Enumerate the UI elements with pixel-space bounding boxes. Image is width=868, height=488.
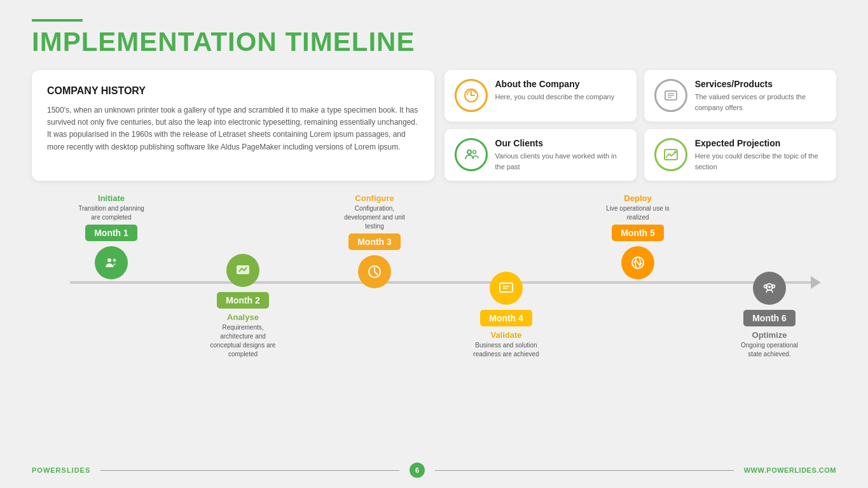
- month1-badge: Month 1: [85, 225, 137, 241]
- timeline-section: Initiate Transition and planning are com…: [32, 193, 836, 359]
- company-history-card: COMPANY HISTORY 1500's, when an unknown …: [32, 70, 434, 181]
- about-icon: [455, 79, 488, 112]
- clients-desc: Various clients you have worked with in …: [495, 151, 626, 172]
- month2-desc: Requirements, architecture and conceptua…: [208, 323, 278, 359]
- title-accent: [32, 19, 83, 22]
- footer-page-number: 6: [410, 463, 425, 478]
- node-month1: Initiate Transition and planning are com…: [70, 193, 153, 359]
- footer-brand-accent: POWER: [32, 466, 62, 474]
- month5-circle: [621, 246, 654, 279]
- node-month3: Configure Configuration, development and…: [333, 193, 416, 359]
- main-title: IMPLEMENTATION TIMELINE: [32, 27, 836, 57]
- svg-point-9: [107, 258, 111, 262]
- clients-text: Our Clients Various clients you have wor…: [495, 138, 626, 172]
- info-card-clients: Our Clients Various clients you have wor…: [444, 129, 637, 181]
- month1-desc: Transition and planning are completed: [76, 204, 146, 222]
- month6-desc: Ongoing operational state achieved.: [734, 341, 804, 359]
- month1-circle: [95, 246, 128, 279]
- month4-title: Validate: [490, 330, 521, 340]
- month2-circle: [226, 254, 259, 287]
- company-history-heading: COMPANY HISTORY: [47, 85, 419, 97]
- month3-title: Configure: [355, 193, 394, 203]
- month4-badge: Month 4: [480, 310, 532, 326]
- month3-badge: Month 3: [348, 234, 401, 250]
- company-history-body: 1500's, when an unknown printer took a g…: [47, 104, 419, 153]
- node-month2: Month 2 Analyse Requirements, architectu…: [202, 193, 284, 359]
- month5-badge: Month 5: [612, 225, 664, 241]
- projection-text: Expected Projection Here you could descr…: [695, 138, 826, 172]
- title-part2: TIMELINE: [285, 27, 415, 57]
- services-icon: [654, 79, 687, 112]
- footer: POWERSLIDES 6 WWW.POWERLIDES.COM: [32, 463, 836, 478]
- month4-desc: Business and solution readiness are achi…: [471, 341, 541, 359]
- svg-point-6: [472, 151, 476, 154]
- projection-title: Expected Projection: [695, 138, 826, 148]
- node-month4: Month 4 Validate Business and solution r…: [465, 193, 548, 359]
- slide: IMPLEMENTATION TIMELINE COMPANY HISTORY …: [0, 0, 868, 488]
- projection-desc: Here you could describe the topic of the…: [695, 151, 826, 172]
- month2-badge: Month 2: [217, 292, 269, 309]
- title-part1: IMPLEMENTATION: [32, 27, 285, 57]
- info-card-about: About the Company Here, you could descri…: [444, 70, 637, 122]
- svg-point-19: [768, 286, 771, 288]
- about-title: About the Company: [495, 79, 615, 89]
- services-desc: The valued services or products the comp…: [695, 92, 826, 113]
- info-card-services: Services/Products The valued services or…: [644, 70, 836, 122]
- services-text: Services/Products The valued services or…: [695, 79, 826, 113]
- title-bar: IMPLEMENTATION TIMELINE: [32, 19, 836, 57]
- svg-point-10: [113, 259, 116, 262]
- month6-title: Optimize: [752, 330, 787, 340]
- month5-desc: Live operational use is realized: [603, 204, 673, 222]
- projection-icon: [654, 138, 687, 171]
- info-cards-grid: About the Company Here, you could descri…: [444, 70, 837, 181]
- month3-desc: Configuration, development and unit test…: [340, 204, 410, 231]
- month6-circle: [753, 272, 786, 305]
- month1-title: Initiate: [98, 193, 125, 203]
- svg-point-20: [764, 285, 768, 288]
- month6-badge: Month 6: [743, 310, 796, 326]
- month3-circle: [358, 255, 391, 288]
- info-card-projection: Expected Projection Here you could descr…: [644, 129, 836, 181]
- footer-line-left: [100, 470, 399, 471]
- about-text: About the Company Here, you could descri…: [495, 79, 615, 102]
- clients-title: Our Clients: [495, 138, 626, 148]
- svg-rect-13: [500, 283, 513, 292]
- node-month5: Deploy Live operational use is realized …: [596, 193, 679, 359]
- month2-title: Analyse: [227, 312, 259, 322]
- svg-point-5: [467, 150, 471, 154]
- footer-brand-left: POWERSLIDES: [32, 466, 90, 474]
- about-desc: Here, you could describe the company: [495, 92, 615, 102]
- month5-title: Deploy: [624, 193, 651, 203]
- clients-icon: [455, 138, 488, 171]
- svg-point-8: [674, 151, 677, 153]
- node-month6: Month 6 Optimize Ongoing operational sta…: [728, 193, 811, 359]
- footer-url: WWW.POWERLIDES.COM: [744, 466, 836, 474]
- month4-circle: [490, 272, 523, 305]
- top-section: COMPANY HISTORY 1500's, when an unknown …: [32, 70, 836, 181]
- services-title: Services/Products: [695, 79, 826, 89]
- footer-brand-normal: SLIDES: [62, 466, 91, 474]
- svg-point-21: [772, 285, 775, 288]
- footer-line-right: [435, 470, 734, 471]
